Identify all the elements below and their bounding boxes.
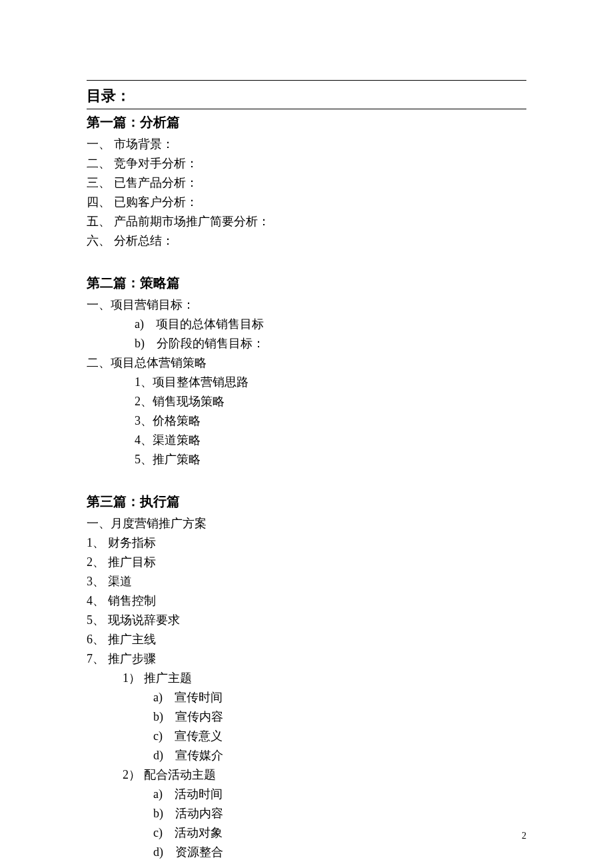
toc-section: 第二篇：策略篇一、项目营销目标：a) 项目的总体销售目标b) 分阶段的销售目标：… bbox=[87, 274, 526, 469]
toc-entry: 3、 渠道 bbox=[87, 573, 526, 591]
toc-entry: 4、渠道策略 bbox=[87, 431, 526, 449]
toc-entry: b) 活动内容 bbox=[87, 805, 526, 823]
toc-entry: c) 宣传意义 bbox=[87, 727, 526, 745]
toc-section: 第三篇：执行篇一、月度营销推广方案1、 财务指标2、 推广目标3、 渠道4、 销… bbox=[87, 493, 526, 861]
toc-entry: 一、月度营销推广方案 bbox=[87, 515, 526, 533]
toc-entry: 7、 推广步骤 bbox=[87, 650, 526, 668]
toc-entry: 二、 竞争对手分析： bbox=[87, 155, 526, 173]
toc-entry: 5、 现场说辞要求 bbox=[87, 611, 526, 629]
section-heading: 第三篇：执行篇 bbox=[87, 493, 526, 511]
document-page: 目录： 第一篇：分析篇一、 市场背景：二、 竞争对手分析：三、 已售产品分析：四… bbox=[0, 0, 613, 868]
toc-entry: 六、 分析总结： bbox=[87, 232, 526, 250]
toc-entry: 3、价格策略 bbox=[87, 412, 526, 430]
toc-section: 第一篇：分析篇一、 市场背景：二、 竞争对手分析：三、 已售产品分析：四、 已购… bbox=[87, 113, 526, 250]
toc-entry: 6、 推广主线 bbox=[87, 631, 526, 649]
section-heading: 第一篇：分析篇 bbox=[87, 113, 526, 131]
toc-entry: 一、 市场背景： bbox=[87, 135, 526, 153]
toc-title: 目录： bbox=[87, 86, 526, 106]
toc-entry: a) 活动时间 bbox=[87, 785, 526, 803]
toc-entry: 三、 已售产品分析： bbox=[87, 174, 526, 192]
toc-entry: 4、 销售控制 bbox=[87, 592, 526, 610]
toc-entry: 1） 推广主题 bbox=[87, 669, 526, 687]
toc-entry: 5、推广策略 bbox=[87, 451, 526, 469]
toc-entry: 五、 产品前期市场推广简要分析： bbox=[87, 213, 526, 231]
section-heading: 第二篇：策略篇 bbox=[87, 274, 526, 292]
toc-sections: 第一篇：分析篇一、 市场背景：二、 竞争对手分析：三、 已售产品分析：四、 已购… bbox=[87, 113, 526, 861]
toc-entry: b) 分阶段的销售目标： bbox=[87, 335, 526, 353]
title-underline bbox=[87, 109, 526, 109]
toc-entry: 二、项目总体营销策略 bbox=[87, 354, 526, 372]
toc-entry: 一、项目营销目标： bbox=[87, 296, 526, 314]
toc-entry: a) 宣传时间 bbox=[87, 689, 526, 707]
top-rule bbox=[87, 80, 526, 81]
toc-entry: 2、销售现场策略 bbox=[87, 393, 526, 411]
toc-entry: c) 活动对象 bbox=[87, 824, 526, 842]
toc-entry: d) 资源整合 bbox=[87, 843, 526, 861]
toc-entry: 1、项目整体营销思路 bbox=[87, 373, 526, 391]
toc-entry: 四、 已购客户分析： bbox=[87, 193, 526, 211]
toc-entry: 2） 配合活动主题 bbox=[87, 766, 526, 784]
toc-entry: a) 项目的总体销售目标 bbox=[87, 315, 526, 333]
page-number: 2 bbox=[522, 831, 526, 841]
toc-entry: 2、 推广目标 bbox=[87, 553, 526, 571]
toc-entry: b) 宣传内容 bbox=[87, 708, 526, 726]
toc-entry: 1、 财务指标 bbox=[87, 534, 526, 552]
toc-entry: d) 宣传媒介 bbox=[87, 747, 526, 765]
